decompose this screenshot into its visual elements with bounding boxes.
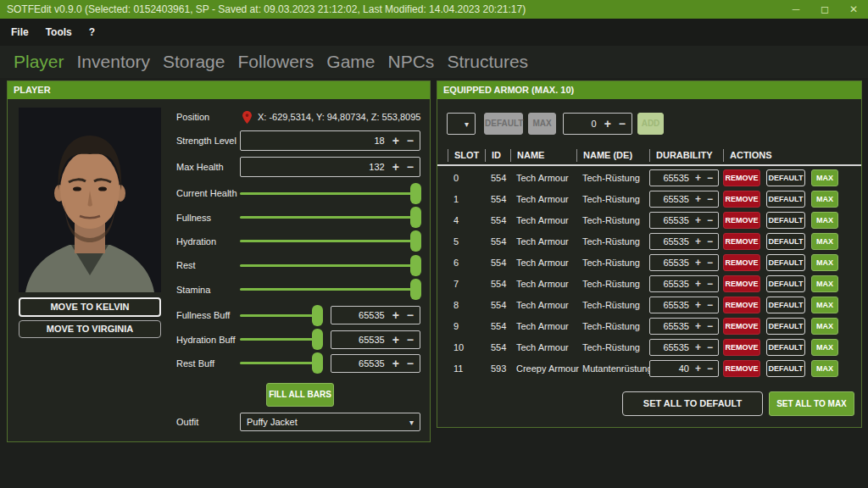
plus-icon[interactable]: + [392,358,399,369]
move-to-virginia-button[interactable]: MOVE TO VIRGINIA [19,320,161,338]
max-button[interactable]: MAX [811,212,838,229]
tab[interactable]: Storage [163,52,225,72]
remove-button[interactable]: REMOVE [723,254,760,271]
plus-icon[interactable]: + [392,161,399,173]
durability-value[interactable]: 65535 [655,321,689,331]
max-button[interactable]: MAX [811,339,838,356]
plus-icon[interactable]: + [695,321,701,331]
armor-item-dropdown[interactable]: ▾ [447,113,476,135]
plus-icon[interactable]: + [392,135,399,147]
minus-icon[interactable]: − [707,258,713,268]
minus-icon[interactable]: − [407,161,414,173]
minus-icon[interactable]: − [707,173,713,183]
buff-stepper[interactable]: 65535 + − [331,306,420,324]
durability-stepper[interactable]: 65535 + − [649,254,719,271]
maximize-icon[interactable]: ◻ [810,0,839,19]
buff-slider[interactable] [240,352,322,374]
minus-icon[interactable]: − [707,236,713,247]
minus-icon[interactable]: − [407,135,414,147]
toolbar-default-button[interactable]: DEFAULT [484,113,523,135]
max-button[interactable]: MAX [811,233,838,250]
buff-stepper[interactable]: 65535 + − [331,354,420,373]
slider-track[interactable] [240,240,419,242]
default-button[interactable]: DEFAULT [766,254,805,271]
remove-button[interactable]: REMOVE [723,318,760,335]
max-button[interactable]: MAX [811,254,838,271]
plus-icon[interactable]: + [604,118,611,130]
plus-icon[interactable]: + [695,279,701,289]
stepper-value[interactable]: 65535 [337,358,385,369]
minus-icon[interactable]: − [407,358,414,369]
slider[interactable] [240,230,420,252]
tab[interactable]: Followers [237,52,314,72]
minus-icon[interactable]: − [707,342,713,352]
map-pin-icon[interactable] [242,110,253,125]
durability-value[interactable]: 40 [655,363,689,374]
minus-icon[interactable]: − [707,321,713,331]
plus-icon[interactable]: + [695,342,701,352]
remove-button[interactable]: REMOVE [723,297,760,313]
default-button[interactable]: DEFAULT [766,339,805,356]
buff-slider[interactable] [240,329,322,350]
slider-thumb[interactable] [410,183,421,204]
default-button[interactable]: DEFAULT [766,318,805,335]
slider-thumb[interactable] [312,305,323,326]
buff-stepper[interactable]: 65535 + − [331,330,420,349]
durability-stepper[interactable]: 65535 + − [649,339,719,356]
set-all-to-max-button[interactable]: SET ALL TO MAX [769,391,854,416]
durability-value[interactable]: 65535 [655,236,689,247]
tab[interactable]: Structures [447,52,528,72]
plus-icon[interactable]: + [695,236,701,247]
menu-item[interactable]: File [3,22,37,42]
minus-icon[interactable]: − [407,334,414,346]
slider-thumb[interactable] [410,230,421,252]
fill-all-bars-button[interactable]: FILL ALL BARS [266,383,334,407]
max-button[interactable]: MAX [811,360,838,377]
max-button[interactable]: MAX [811,318,838,335]
minus-icon[interactable]: − [707,279,713,289]
max-button[interactable]: MAX [811,275,838,292]
max-button[interactable]: MAX [811,297,838,313]
durability-stepper[interactable]: 65535 + − [649,275,719,292]
tab[interactable]: Game [326,52,375,72]
plus-icon[interactable]: + [392,334,399,346]
minus-icon[interactable]: − [407,309,414,321]
default-button[interactable]: DEFAULT [766,233,805,250]
default-button[interactable]: DEFAULT [766,275,805,292]
durability-value[interactable]: 65535 [655,173,689,183]
tab[interactable]: Inventory [77,52,150,72]
durability-stepper[interactable]: 65535 + − [649,297,719,313]
plus-icon[interactable]: + [392,309,399,321]
durability-value[interactable]: 65535 [655,215,689,225]
slider-thumb[interactable] [312,329,323,350]
stepper-value[interactable]: 65535 [337,335,385,345]
durability-stepper[interactable]: 65535 + − [649,191,719,208]
remove-button[interactable]: REMOVE [723,191,760,208]
add-button[interactable]: ADD [637,113,664,135]
buff-slider[interactable] [240,305,322,326]
slider[interactable] [240,255,420,276]
stepper-value[interactable]: 132 [247,162,385,172]
slider-thumb[interactable] [410,207,421,228]
remove-button[interactable]: REMOVE [723,233,760,250]
durability-value[interactable]: 65535 [655,258,689,268]
stepper-value[interactable]: 0 [570,119,597,129]
slider-track[interactable] [240,216,419,219]
slider-track[interactable] [240,314,320,317]
minus-icon[interactable]: − [707,194,713,204]
tab[interactable]: NPCs [388,52,435,72]
remove-button[interactable]: REMOVE [723,169,760,186]
close-icon[interactable]: ✕ [839,0,868,19]
minimize-icon[interactable]: ─ [782,0,810,19]
max-button[interactable]: MAX [811,191,838,208]
durability-stepper[interactable]: 65535 + − [649,169,719,186]
slider-thumb[interactable] [410,255,421,276]
set-all-to-default-button[interactable]: SET ALL TO DEFAULT [622,391,763,416]
max-button[interactable]: MAX [811,169,838,186]
slider[interactable] [240,207,420,228]
plus-icon[interactable]: + [695,258,701,268]
remove-button[interactable]: REMOVE [723,339,760,356]
plus-icon[interactable]: + [695,363,701,374]
default-button[interactable]: DEFAULT [766,191,805,208]
slider-thumb[interactable] [410,279,421,300]
